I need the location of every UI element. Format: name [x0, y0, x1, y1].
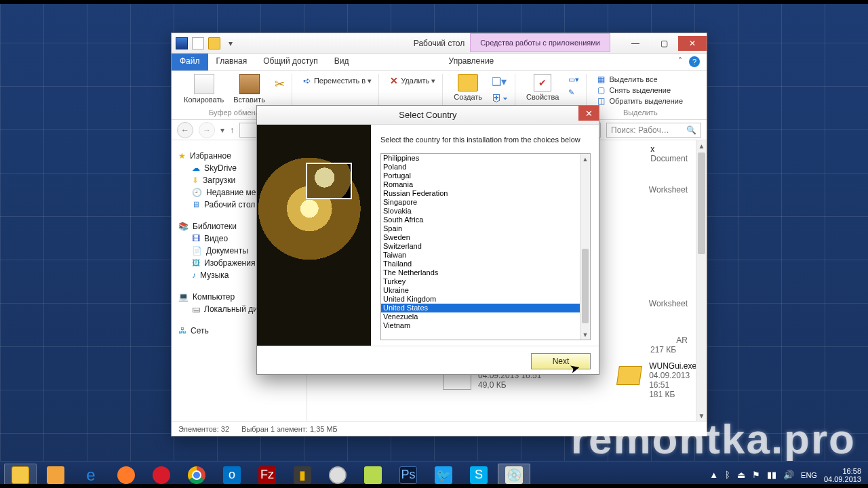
- system-menu-icon[interactable]: [176, 37, 188, 49]
- tab-file[interactable]: Файл: [172, 54, 208, 70]
- country-option[interactable]: The Netherlands: [381, 268, 580, 277]
- close-button[interactable]: ✕: [678, 36, 707, 51]
- copy-button[interactable]: Копировать: [184, 74, 224, 104]
- forward-button[interactable]: →: [199, 122, 215, 138]
- cut-icon[interactable]: ✂: [275, 77, 285, 92]
- tab-view[interactable]: Вид: [326, 54, 357, 70]
- country-option[interactable]: Turkey: [381, 277, 580, 286]
- edit-icon[interactable]: ✎: [568, 88, 579, 97]
- country-option[interactable]: Switzerland: [381, 242, 580, 251]
- country-option[interactable]: South Africa: [381, 216, 580, 224]
- tray-clock[interactable]: 16:58 04.09.2013: [824, 467, 861, 483]
- qat-dropdown-icon[interactable]: ▾: [224, 37, 237, 49]
- taskbar-notepad[interactable]: [357, 464, 389, 487]
- tab-home[interactable]: Главная: [208, 54, 256, 70]
- country-option[interactable]: Slovakia: [381, 207, 580, 216]
- taskbar-filezilla[interactable]: Fz: [251, 464, 283, 487]
- tray-safely-remove-icon[interactable]: ⏏: [737, 470, 745, 480]
- scroll-down-icon[interactable]: ▼: [696, 410, 707, 421]
- maximize-button[interactable]: ▢: [650, 36, 678, 51]
- country-option[interactable]: Portugal: [381, 171, 580, 180]
- tray-bluetooth-icon[interactable]: ᛒ: [725, 470, 730, 480]
- next-button[interactable]: Next: [531, 353, 591, 369]
- ribbon-collapse-icon[interactable]: ˄: [678, 56, 682, 70]
- country-option[interactable]: Vietnam: [381, 321, 580, 330]
- taskbar-outlook[interactable]: o: [216, 464, 248, 487]
- nav-computer[interactable]: Компьютер: [193, 292, 235, 302]
- country-option[interactable]: Russian Federation: [381, 189, 580, 198]
- back-button[interactable]: ←: [177, 122, 193, 138]
- scroll-thumb[interactable]: [698, 152, 705, 254]
- country-option[interactable]: Ukraine: [381, 286, 580, 295]
- easy-access-icon[interactable]: ⛨▾: [492, 92, 508, 104]
- taskbar-firefox[interactable]: [110, 464, 142, 487]
- taskbar-skype[interactable]: S: [462, 464, 495, 487]
- tray-network-icon[interactable]: ▮▮: [767, 470, 776, 480]
- nav-network[interactable]: Сеть: [191, 326, 209, 336]
- select-none-button[interactable]: ▢ Снять выделение: [597, 85, 683, 95]
- nav-favorites[interactable]: Избранное: [190, 151, 231, 161]
- taskbar-opera[interactable]: [145, 464, 178, 487]
- search-box[interactable]: Поиск: Рабоч… 🔍: [606, 123, 701, 138]
- contextual-tab-apptools[interactable]: Средства работы с приложениями: [470, 33, 610, 52]
- properties-button[interactable]: Свойства: [526, 74, 559, 101]
- taskbar-explorer[interactable]: [4, 464, 37, 487]
- new-folder-button[interactable]: Создать: [454, 74, 482, 104]
- listbox-scrollbar[interactable]: ▲ ▼: [580, 154, 590, 340]
- nav-desktop[interactable]: Рабочий стол: [204, 200, 255, 209]
- taskbar-tips[interactable]: [39, 464, 72, 487]
- help-icon[interactable]: ?: [689, 56, 700, 67]
- delete-button[interactable]: ✕ Удалить: [390, 75, 435, 86]
- dialog-titlebar[interactable]: Select Country ✕: [257, 106, 599, 125]
- country-option[interactable]: Taiwan: [381, 251, 580, 260]
- taskbar-clock-app[interactable]: [321, 464, 354, 487]
- country-option[interactable]: United Kingdom: [381, 295, 580, 304]
- scroll-up-icon[interactable]: ▲: [580, 154, 590, 164]
- country-option[interactable]: Romania: [381, 180, 580, 189]
- country-option[interactable]: Poland: [381, 163, 580, 171]
- nav-video[interactable]: Видео: [204, 234, 228, 243]
- new-item-icon[interactable]: ❑▾: [492, 75, 508, 88]
- move-to-button[interactable]: ➪ Переместить в: [303, 75, 372, 86]
- tray-volume-icon[interactable]: 🔊: [783, 470, 794, 480]
- country-option[interactable]: Philippines: [381, 154, 580, 163]
- paste-button[interactable]: Вставить: [233, 74, 265, 104]
- qat-newfolder-icon[interactable]: [208, 37, 220, 49]
- explorer-titlebar[interactable]: ▾ Рабочий стол Средства работы с приложе…: [172, 33, 707, 54]
- up-button[interactable]: ↑: [230, 125, 234, 135]
- file-item-wungui[interactable]: WUNGui.exe 04.09.2013 16:51 181 КБ: [616, 361, 707, 399]
- scroll-down-icon[interactable]: ▼: [580, 329, 590, 340]
- qat-properties-icon[interactable]: [192, 37, 204, 49]
- country-option[interactable]: Venezuela: [381, 312, 580, 321]
- taskbar-sublime[interactable]: ▮: [286, 464, 319, 487]
- nav-downloads[interactable]: Загрузки: [203, 176, 235, 185]
- tab-manage[interactable]: Управление: [441, 54, 502, 70]
- tray-solve-problems-icon[interactable]: ⚑: [752, 470, 760, 480]
- invert-selection-button[interactable]: ◫ Обратить выделение: [597, 96, 683, 106]
- tray-overflow-icon[interactable]: ▲: [709, 470, 718, 480]
- nav-libraries[interactable]: Библиотеки: [193, 222, 237, 231]
- taskbar-ie[interactable]: e: [75, 464, 107, 487]
- nav-documents[interactable]: Документы: [206, 246, 248, 256]
- country-option[interactable]: Sweden: [381, 233, 580, 242]
- history-dropdown-icon[interactable]: ▾: [220, 125, 224, 135]
- select-all-button[interactable]: ▦ Выделить все: [597, 75, 683, 84]
- dialog-close-button[interactable]: ✕: [578, 106, 599, 121]
- nav-music[interactable]: Музыка: [200, 270, 229, 280]
- tab-share[interactable]: Общий доступ: [255, 54, 326, 70]
- taskbar-installer[interactable]: 💿: [498, 464, 530, 487]
- scroll-up-icon[interactable]: ▲: [696, 140, 707, 151]
- minimize-button[interactable]: —: [621, 36, 650, 51]
- country-option[interactable]: Singapore: [381, 198, 580, 207]
- country-option[interactable]: Spain: [381, 224, 580, 233]
- country-option[interactable]: Thailand: [381, 260, 580, 268]
- scroll-thumb[interactable]: [582, 249, 589, 323]
- tray-language[interactable]: ENG: [801, 471, 817, 479]
- country-option[interactable]: United States: [381, 304, 580, 312]
- nav-skydrive[interactable]: SkyDrive: [204, 163, 237, 173]
- file-list-scrollbar[interactable]: ▲ ▼: [696, 140, 707, 421]
- taskbar-twitter[interactable]: 🐦: [427, 464, 460, 487]
- system-tray[interactable]: ▲ ᛒ ⏏ ⚑ ▮▮ 🔊 ENG 16:58 04.09.2013: [709, 467, 864, 483]
- taskbar-chrome[interactable]: [180, 464, 213, 487]
- country-listbox[interactable]: PhilippinesPolandPortugalRomaniaRussian …: [380, 153, 591, 340]
